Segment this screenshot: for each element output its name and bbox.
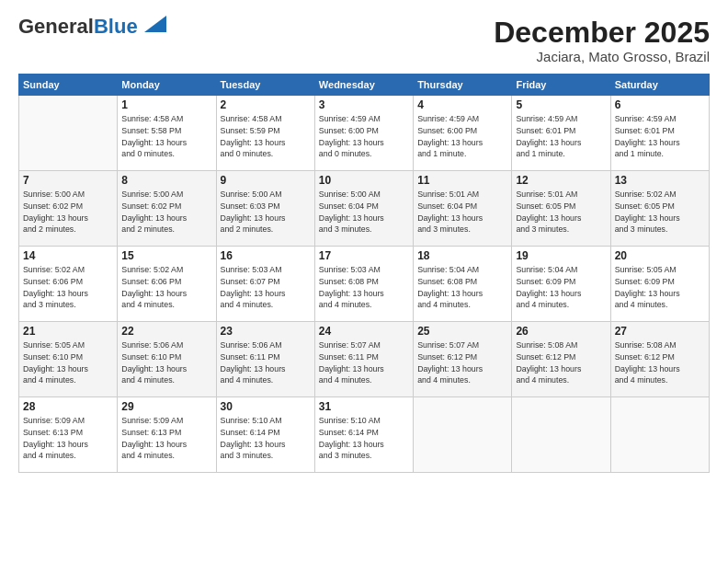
cell-info: Sunrise: 5:06 AM Sunset: 6:10 PM Dayligh… — [121, 339, 211, 386]
cell-date-number: 15 — [121, 249, 211, 262]
calendar-week-row: 7Sunrise: 5:00 AM Sunset: 6:02 PM Daylig… — [19, 171, 710, 247]
calendar-cell: 16Sunrise: 5:03 AM Sunset: 6:07 PM Dayli… — [216, 247, 314, 322]
calendar-body: 1Sunrise: 4:58 AM Sunset: 5:58 PM Daylig… — [19, 96, 710, 473]
calendar-cell: 18Sunrise: 5:04 AM Sunset: 6:08 PM Dayli… — [414, 247, 512, 322]
cell-date-number: 31 — [319, 400, 409, 413]
cell-date-number: 9 — [221, 174, 311, 187]
cell-date-number: 6 — [615, 98, 705, 111]
cell-info: Sunrise: 4:59 AM Sunset: 6:00 PM Dayligh… — [319, 113, 409, 160]
day-header-sunday: Sunday — [19, 75, 118, 96]
calendar-cell: 6Sunrise: 4:59 AM Sunset: 6:01 PM Daylig… — [610, 96, 709, 171]
calendar-cell: 25Sunrise: 5:07 AM Sunset: 6:12 PM Dayli… — [414, 322, 512, 397]
day-header-thursday: Thursday — [414, 75, 512, 96]
cell-info: Sunrise: 5:09 AM Sunset: 6:13 PM Dayligh… — [23, 415, 113, 462]
cell-info: Sunrise: 5:09 AM Sunset: 6:13 PM Dayligh… — [121, 415, 211, 462]
cell-date-number: 28 — [23, 400, 113, 413]
calendar-title: December 2025 — [494, 17, 710, 49]
svg-marker-0 — [144, 16, 166, 32]
cell-info: Sunrise: 5:02 AM Sunset: 6:06 PM Dayligh… — [23, 264, 113, 311]
header: GeneralBlue December 2025 Jaciara, Mato … — [18, 17, 710, 64]
cell-date-number: 3 — [319, 98, 409, 111]
cell-date-number: 12 — [516, 174, 606, 187]
cell-info: Sunrise: 5:03 AM Sunset: 6:07 PM Dayligh… — [221, 264, 311, 311]
cell-date-number: 8 — [121, 174, 211, 187]
calendar-cell: 15Sunrise: 5:02 AM Sunset: 6:06 PM Dayli… — [118, 247, 216, 322]
cell-date-number: 20 — [615, 249, 705, 262]
day-header-friday: Friday — [512, 75, 610, 96]
cell-info: Sunrise: 4:59 AM Sunset: 6:01 PM Dayligh… — [516, 113, 606, 160]
calendar-cell: 24Sunrise: 5:07 AM Sunset: 6:11 PM Dayli… — [314, 322, 413, 397]
cell-info: Sunrise: 5:08 AM Sunset: 6:12 PM Dayligh… — [615, 339, 705, 386]
cell-date-number: 26 — [516, 325, 606, 338]
calendar-cell — [414, 397, 512, 473]
calendar-cell: 5Sunrise: 4:59 AM Sunset: 6:01 PM Daylig… — [512, 96, 610, 171]
calendar-cell: 11Sunrise: 5:01 AM Sunset: 6:04 PM Dayli… — [414, 171, 512, 247]
cell-date-number: 29 — [121, 400, 211, 413]
cell-date-number: 24 — [319, 325, 409, 338]
calendar-cell: 1Sunrise: 4:58 AM Sunset: 5:58 PM Daylig… — [118, 96, 216, 171]
cell-date-number: 4 — [417, 98, 507, 111]
day-header-saturday: Saturday — [610, 75, 709, 96]
cell-info: Sunrise: 4:59 AM Sunset: 6:00 PM Dayligh… — [417, 113, 507, 160]
cell-info: Sunrise: 5:05 AM Sunset: 6:10 PM Dayligh… — [23, 339, 113, 386]
logo-icon — [141, 16, 166, 32]
calendar-cell: 20Sunrise: 5:05 AM Sunset: 6:09 PM Dayli… — [610, 247, 709, 322]
cell-info: Sunrise: 5:05 AM Sunset: 6:09 PM Dayligh… — [615, 264, 705, 311]
calendar-cell — [19, 96, 118, 171]
cell-date-number: 2 — [221, 98, 311, 111]
page: GeneralBlue December 2025 Jaciara, Mato … — [0, 0, 728, 563]
calendar-week-row: 28Sunrise: 5:09 AM Sunset: 6:13 PM Dayli… — [19, 397, 710, 473]
day-header-row: SundayMondayTuesdayWednesdayThursdayFrid… — [19, 75, 710, 96]
calendar-header: SundayMondayTuesdayWednesdayThursdayFrid… — [19, 75, 710, 96]
calendar-cell: 29Sunrise: 5:09 AM Sunset: 6:13 PM Dayli… — [118, 397, 216, 473]
calendar-cell: 30Sunrise: 5:10 AM Sunset: 6:14 PM Dayli… — [216, 397, 314, 473]
cell-date-number: 11 — [417, 174, 507, 187]
calendar-cell: 21Sunrise: 5:05 AM Sunset: 6:10 PM Dayli… — [19, 322, 118, 397]
cell-info: Sunrise: 5:00 AM Sunset: 6:04 PM Dayligh… — [319, 189, 409, 236]
cell-date-number: 27 — [615, 325, 705, 338]
calendar-cell — [512, 397, 610, 473]
calendar-cell: 28Sunrise: 5:09 AM Sunset: 6:13 PM Dayli… — [19, 397, 118, 473]
calendar-cell: 23Sunrise: 5:06 AM Sunset: 6:11 PM Dayli… — [216, 322, 314, 397]
calendar-cell: 19Sunrise: 5:04 AM Sunset: 6:09 PM Dayli… — [512, 247, 610, 322]
cell-info: Sunrise: 5:02 AM Sunset: 6:05 PM Dayligh… — [615, 189, 705, 236]
day-header-monday: Monday — [118, 75, 216, 96]
cell-date-number: 23 — [221, 325, 311, 338]
calendar-cell: 4Sunrise: 4:59 AM Sunset: 6:00 PM Daylig… — [414, 96, 512, 171]
cell-date-number: 21 — [23, 325, 113, 338]
calendar-cell: 26Sunrise: 5:08 AM Sunset: 6:12 PM Dayli… — [512, 322, 610, 397]
calendar-cell: 13Sunrise: 5:02 AM Sunset: 6:05 PM Dayli… — [610, 171, 709, 247]
cell-info: Sunrise: 5:04 AM Sunset: 6:09 PM Dayligh… — [516, 264, 606, 311]
logo: GeneralBlue — [18, 17, 166, 37]
cell-info: Sunrise: 5:08 AM Sunset: 6:12 PM Dayligh… — [516, 339, 606, 386]
cell-info: Sunrise: 5:00 AM Sunset: 6:03 PM Dayligh… — [221, 189, 311, 236]
calendar-week-row: 1Sunrise: 4:58 AM Sunset: 5:58 PM Daylig… — [19, 96, 710, 171]
cell-info: Sunrise: 4:59 AM Sunset: 6:01 PM Dayligh… — [615, 113, 705, 160]
calendar-cell: 31Sunrise: 5:10 AM Sunset: 6:14 PM Dayli… — [314, 397, 413, 473]
cell-date-number: 19 — [516, 249, 606, 262]
calendar-cell — [610, 397, 709, 473]
cell-date-number: 22 — [121, 325, 211, 338]
cell-info: Sunrise: 5:07 AM Sunset: 6:12 PM Dayligh… — [417, 339, 507, 386]
cell-info: Sunrise: 5:01 AM Sunset: 6:04 PM Dayligh… — [417, 189, 507, 236]
cell-info: Sunrise: 5:01 AM Sunset: 6:05 PM Dayligh… — [516, 189, 606, 236]
cell-date-number: 13 — [615, 174, 705, 187]
calendar-cell: 3Sunrise: 4:59 AM Sunset: 6:00 PM Daylig… — [314, 96, 413, 171]
cell-info: Sunrise: 5:02 AM Sunset: 6:06 PM Dayligh… — [121, 264, 211, 311]
cell-info: Sunrise: 5:00 AM Sunset: 6:02 PM Dayligh… — [121, 189, 211, 236]
cell-info: Sunrise: 5:04 AM Sunset: 6:08 PM Dayligh… — [417, 264, 507, 311]
calendar-week-row: 21Sunrise: 5:05 AM Sunset: 6:10 PM Dayli… — [19, 322, 710, 397]
logo-text: GeneralBlue — [18, 17, 138, 37]
cell-info: Sunrise: 5:03 AM Sunset: 6:08 PM Dayligh… — [319, 264, 409, 311]
cell-date-number: 16 — [221, 249, 311, 262]
cell-date-number: 1 — [121, 98, 211, 111]
cell-date-number: 10 — [319, 174, 409, 187]
cell-date-number: 5 — [516, 98, 606, 111]
cell-info: Sunrise: 4:58 AM Sunset: 5:59 PM Dayligh… — [221, 113, 311, 160]
calendar-cell: 9Sunrise: 5:00 AM Sunset: 6:03 PM Daylig… — [216, 171, 314, 247]
calendar-cell: 27Sunrise: 5:08 AM Sunset: 6:12 PM Dayli… — [610, 322, 709, 397]
calendar-cell: 7Sunrise: 5:00 AM Sunset: 6:02 PM Daylig… — [19, 171, 118, 247]
cell-info: Sunrise: 5:00 AM Sunset: 6:02 PM Dayligh… — [23, 189, 113, 236]
cell-date-number: 17 — [319, 249, 409, 262]
calendar-week-row: 14Sunrise: 5:02 AM Sunset: 6:06 PM Dayli… — [19, 247, 710, 322]
